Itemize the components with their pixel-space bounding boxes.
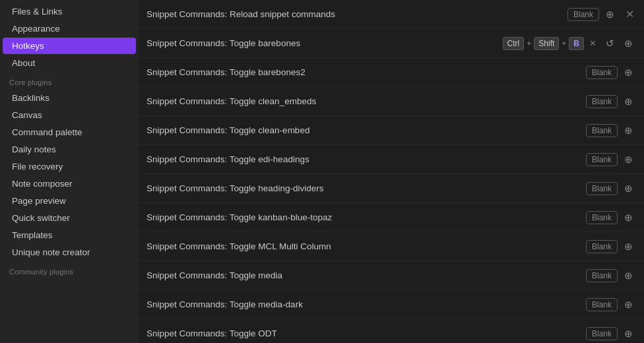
- command-name: Snippet Commands: Toggle media-dark: [146, 299, 581, 309]
- add-hotkey-button[interactable]: ⊕: [620, 326, 636, 342]
- add-hotkey-button[interactable]: ⊕: [620, 65, 636, 80]
- remove-hotkey-button[interactable]: ✕: [587, 37, 599, 49]
- hotkey-area: Blank⊕: [586, 297, 636, 313]
- sidebar-item-file-recovery[interactable]: File recovery: [3, 158, 136, 175]
- hotkey-area: Blank⊕: [586, 181, 636, 197]
- blank-badge: Blank: [586, 269, 618, 282]
- hotkey-area: Blank⊕: [586, 210, 636, 226]
- command-row: Snippet Commands: Toggle media-darkBlank…: [139, 290, 644, 319]
- sidebar-item-appearance[interactable]: Appearance: [3, 20, 136, 37]
- sidebar: Files & LinksAppearanceHotkeysAbout Core…: [0, 0, 139, 343]
- blank-badge: Blank: [586, 153, 618, 166]
- hotkey-area: Blank⊕: [586, 152, 636, 168]
- command-row: Snippet Commands: Toggle barebones2Blank…: [139, 58, 644, 87]
- command-name: Snippet Commands: Toggle media: [146, 270, 581, 280]
- sidebar-item-command-palette[interactable]: Command palette: [3, 124, 136, 140]
- add-hotkey-button[interactable]: ⊕: [620, 123, 636, 139]
- command-name: Snippet Commands: Toggle heading-divider…: [146, 183, 581, 193]
- sidebar-item-daily-notes[interactable]: Daily notes: [3, 141, 136, 158]
- command-name: Snippet Commands: Toggle clean-embed: [146, 125, 581, 135]
- blank-badge: Blank: [586, 240, 618, 253]
- command-row: Snippet Commands: Toggle clean-embedBlan…: [139, 116, 644, 145]
- command-row: Snippet Commands: Toggle clean_embedsBla…: [139, 87, 644, 116]
- community-plugins-section-label: Community plugins: [0, 261, 139, 278]
- blank-badge: Blank: [586, 298, 618, 311]
- add-hotkey-button[interactable]: ⊕: [602, 7, 618, 22]
- add-hotkey-button[interactable]: ⊕: [620, 297, 636, 313]
- command-row: Snippet Commands: Toggle kanban-blue-top…: [139, 203, 644, 232]
- refresh-hotkey-button[interactable]: ↺: [602, 36, 618, 51]
- hotkey-area: Blank⊕: [586, 65, 636, 80]
- add-hotkey-button[interactable]: ⊕: [620, 152, 636, 168]
- command-row: Snippet Commands: Toggle heading-divider…: [139, 174, 644, 203]
- key-separator: +: [562, 39, 566, 48]
- command-name: Snippet Commands: Toggle clean_embeds: [146, 96, 581, 106]
- command-row: Snippet Commands: Toggle edi-headingsBla…: [139, 145, 644, 174]
- sidebar-item-quick-switcher[interactable]: Quick switcher: [3, 210, 136, 226]
- add-hotkey-button[interactable]: ⊕: [620, 268, 636, 284]
- sidebar-item-about[interactable]: About: [3, 55, 136, 71]
- blank-badge: Blank: [586, 327, 618, 340]
- core-plugins-section-label: Core plugins: [0, 72, 139, 89]
- hotkey-area: Blank⊕: [586, 326, 636, 342]
- hotkey-area: Blank⊕: [586, 94, 636, 109]
- add-hotkey-button[interactable]: ⊕: [620, 36, 636, 51]
- blank-badge: Blank: [586, 211, 618, 224]
- key-part: Shift: [534, 37, 559, 50]
- command-name: Snippet Commands: Toggle kanban-blue-top…: [146, 212, 581, 222]
- add-hotkey-button[interactable]: ⊕: [620, 94, 636, 109]
- main-content: Snippet Commands: Reload snippet command…: [139, 0, 644, 343]
- command-name: Snippet Commands: Toggle barebones2: [146, 67, 581, 77]
- sidebar-item-backlinks[interactable]: Backlinks: [3, 90, 136, 106]
- close-command-button[interactable]: ✕: [623, 8, 636, 21]
- blank-badge: Blank: [586, 182, 618, 195]
- blank-badge: Blank: [567, 8, 599, 21]
- key-part: B: [569, 37, 584, 50]
- key-separator: +: [527, 39, 531, 48]
- command-name: Snippet Commands: Toggle MCL Multi Colum…: [146, 241, 581, 251]
- sidebar-item-canvas[interactable]: Canvas: [3, 107, 136, 123]
- blank-badge: Blank: [586, 95, 618, 108]
- command-name: Snippet Commands: Toggle edi-headings: [146, 154, 581, 164]
- hotkey-area: Blank⊕: [567, 7, 618, 22]
- command-row: Snippet Commands: Toggle MCL Multi Colum…: [139, 232, 644, 261]
- hotkey-area: Blank⊕: [586, 123, 636, 139]
- command-name: Snippet Commands: Toggle ODT: [146, 328, 581, 338]
- sidebar-item-files-links[interactable]: Files & Links: [3, 3, 136, 20]
- command-name: Snippet Commands: Toggle barebones: [146, 38, 498, 48]
- add-hotkey-button[interactable]: ⊕: [620, 181, 636, 197]
- command-row: Snippet Commands: Toggle mediaBlank⊕: [139, 261, 644, 290]
- command-row: Snippet Commands: Toggle ODTBlank⊕: [139, 319, 644, 343]
- command-name: Snippet Commands: Reload snippet command…: [146, 9, 562, 19]
- key-part: Ctrl: [503, 37, 525, 50]
- command-row: Snippet Commands: Toggle barebonesCtrl+S…: [139, 29, 644, 58]
- add-hotkey-button[interactable]: ⊕: [620, 239, 636, 255]
- hotkey-area: Blank⊕: [586, 239, 636, 255]
- blank-badge: Blank: [586, 124, 618, 137]
- hotkey-area: Blank⊕: [586, 268, 636, 284]
- sidebar-item-note-composer[interactable]: Note composer: [3, 175, 136, 192]
- sidebar-item-page-preview[interactable]: Page preview: [3, 193, 136, 209]
- sidebar-item-hotkeys[interactable]: Hotkeys: [3, 38, 136, 54]
- sidebar-item-templates[interactable]: Templates: [3, 227, 136, 243]
- sidebar-item-unique-note-creator[interactable]: Unique note creator: [3, 244, 136, 261]
- blank-badge: Blank: [586, 66, 618, 79]
- add-hotkey-button[interactable]: ⊕: [620, 210, 636, 226]
- hotkey-area: Ctrl+Shift+B✕↺⊕: [503, 36, 636, 51]
- command-row: Snippet Commands: Reload snippet command…: [139, 0, 644, 29]
